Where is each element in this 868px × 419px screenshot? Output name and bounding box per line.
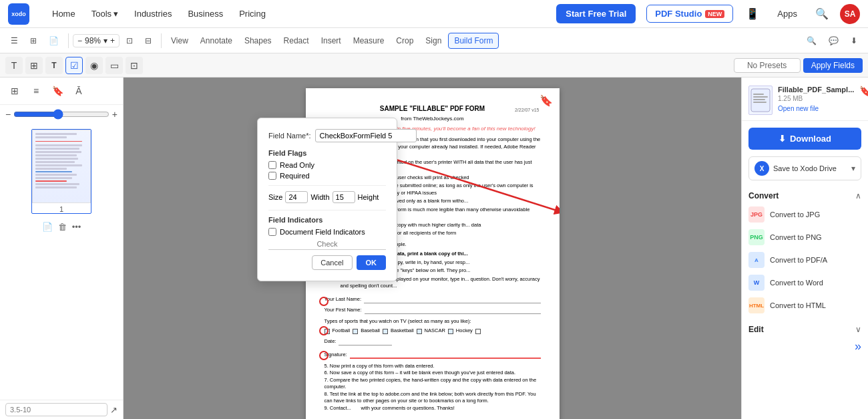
mobile-icon[interactable]: 📱 <box>744 5 761 23</box>
text-tool-button[interactable]: T <box>5 57 23 74</box>
page-thumbnail-area: 1 📄 🗑 ••• <box>0 124 123 400</box>
more-button[interactable]: » <box>855 339 861 354</box>
hockey-checkbox[interactable] <box>448 329 453 334</box>
apps-nav-item[interactable]: Apps <box>771 6 804 21</box>
red-circle-3 <box>319 351 329 360</box>
nav-industries[interactable]: Industries <box>128 6 178 21</box>
required-label: Required <box>280 172 310 180</box>
measure-tab[interactable]: Measure <box>348 33 390 48</box>
open-new-file-link[interactable]: Open new file <box>778 105 854 112</box>
zoom-dropdown-icon[interactable]: ▾ <box>103 36 107 45</box>
first-name-input[interactable] <box>365 306 541 314</box>
build-form-tab[interactable]: Build Form <box>448 33 499 49</box>
save-to-xodo-row[interactable]: X Save to Xodo Drive ▾ <box>748 156 861 180</box>
page-thumbnail-1[interactable]: 1 <box>31 129 91 214</box>
sports-section: Types of sports that you watch on TV (se… <box>324 318 541 335</box>
convert-to-pdfa[interactable]: A Convert to PDF/A <box>742 249 868 271</box>
start-trial-button[interactable]: Start Free Trial <box>556 4 636 23</box>
cancel-button[interactable]: Cancel <box>312 255 352 270</box>
zoom-slider[interactable] <box>13 109 110 120</box>
annotation-panel-icon[interactable]: Ā <box>69 82 88 100</box>
text-field-button[interactable]: T <box>45 57 63 74</box>
check-input[interactable] <box>268 239 386 250</box>
search-button[interactable]: 🔍 <box>801 33 822 48</box>
nav-tools[interactable]: Tools ▾ <box>85 6 125 21</box>
redact-tab[interactable]: Redact <box>278 33 314 48</box>
add-page-button[interactable]: 📄 <box>42 222 53 232</box>
panel-toggle-button[interactable]: ⊞ <box>25 33 42 48</box>
comment-button[interactable]: 💬 <box>823 33 844 48</box>
thumbnail-panel-icon[interactable]: ⊞ <box>5 82 24 100</box>
download-toolbar-button[interactable]: ⬇ <box>845 33 863 48</box>
convert-to-png[interactable]: PNG Convert to PNG <box>742 226 868 249</box>
convert-to-word[interactable]: W Convert to Word <box>742 271 868 294</box>
radio-tool-button[interactable]: ◉ <box>85 57 103 74</box>
convert-to-html[interactable]: HTML Convert to HTML <box>742 294 868 317</box>
button-tool-button[interactable]: ▭ <box>105 57 123 74</box>
pdf-bookmark-icon[interactable]: 🔖 <box>539 94 553 108</box>
svg-rect-6 <box>753 96 768 98</box>
zoom-plus-icon[interactable]: + <box>110 36 115 45</box>
zoom-minus-icon[interactable]: − <box>77 36 82 45</box>
page-range-confirm-icon[interactable]: ↗ <box>110 405 118 415</box>
outline-panel-icon[interactable]: ≡ <box>27 82 45 100</box>
crop-tab[interactable]: Crop <box>391 33 419 48</box>
field-flags-section: Field Flags <box>268 149 386 157</box>
xodo-icon: X <box>754 161 769 176</box>
download-button[interactable]: ⬇ Download <box>748 128 861 150</box>
bookmark-icon[interactable]: 🔖 <box>859 86 868 96</box>
pdf-studio-button[interactable]: PDF Studio NEW <box>646 5 733 23</box>
annotate-tab[interactable]: Annotate <box>195 33 238 48</box>
page-range-input[interactable] <box>5 403 107 416</box>
date-input[interactable] <box>339 337 392 345</box>
avatar[interactable]: SA <box>840 4 860 24</box>
required-checkbox[interactable] <box>268 172 276 180</box>
doc-button[interactable]: 📄 <box>43 33 64 48</box>
checkbox-tool-button[interactable]: ☑ <box>65 57 83 74</box>
doc-indicators-checkbox[interactable] <box>268 228 276 236</box>
baseball-checkbox[interactable] <box>353 329 358 334</box>
shapes-tab[interactable]: Shapes <box>239 33 277 48</box>
insert-tab[interactable]: Insert <box>316 33 347 48</box>
hamburger-button[interactable]: ☰ <box>5 33 23 48</box>
zoom-slider-minus[interactable]: − <box>5 109 11 120</box>
nav-home[interactable]: Home <box>45 6 82 21</box>
extra-checkbox[interactable] <box>475 329 481 334</box>
nascar-checkbox[interactable] <box>417 329 422 334</box>
presets-dropdown[interactable]: No Presets <box>734 58 801 73</box>
fit-page-button[interactable]: ⊡ <box>121 33 138 48</box>
zoom-control[interactable]: − 98% ▾ + <box>73 34 120 47</box>
first-name-label: Your First Name: <box>324 307 362 314</box>
size-value-input[interactable] <box>285 191 308 203</box>
signature-field[interactable] <box>350 350 541 359</box>
basketball-checkbox[interactable] <box>383 329 388 334</box>
red-circle-1 <box>319 297 329 306</box>
more-page-actions-button[interactable]: ••• <box>72 222 81 232</box>
fit-width-button[interactable]: ⊟ <box>140 33 157 48</box>
nav-business[interactable]: Business <box>181 6 230 21</box>
table-tool-button[interactable]: ⊞ <box>25 57 43 74</box>
left-panel: ⊞ ≡ 🔖 Ā − + <box>0 78 124 419</box>
zoom-slider-plus[interactable]: + <box>112 109 118 120</box>
convert-chevron-icon[interactable]: ∧ <box>855 191 861 200</box>
ok-button[interactable]: OK <box>357 255 387 270</box>
sign-tab[interactable]: Sign <box>420 33 447 48</box>
logo[interactable]: xodo <box>8 3 29 25</box>
last-name-input[interactable] <box>364 295 540 303</box>
pdf-first-name-field: Your First Name: <box>324 306 541 314</box>
field-name-input[interactable] <box>315 129 417 142</box>
search-icon[interactable]: 🔍 <box>813 5 831 23</box>
sports-label: Types of sports that you watch on TV (se… <box>324 318 541 325</box>
read-only-checkbox[interactable] <box>268 161 276 169</box>
nav-pricing[interactable]: Pricing <box>232 6 272 21</box>
bookmark-panel-icon[interactable]: 🔖 <box>48 82 67 100</box>
view-tab[interactable]: View <box>166 33 194 48</box>
convert-to-jpg[interactable]: JPG Convert to JPG <box>742 203 868 226</box>
save-dropdown-icon[interactable]: ▾ <box>851 164 855 173</box>
file-info-section: Fillable_PDF_Sampl... 1.25 MB Open new f… <box>742 78 868 121</box>
width-value-input[interactable] <box>333 191 355 203</box>
delete-page-button[interactable]: 🗑 <box>58 222 67 232</box>
combobox-tool-button[interactable]: ⊡ <box>126 57 143 74</box>
apply-fields-button[interactable]: Apply Fields <box>803 58 863 73</box>
edit-chevron-icon[interactable]: ∨ <box>855 325 861 334</box>
